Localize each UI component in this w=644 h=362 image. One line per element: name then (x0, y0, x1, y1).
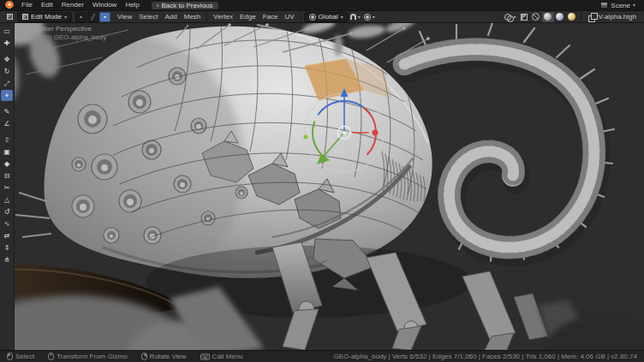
viewport-canvas[interactable] (0, 23, 644, 350)
wireframe-shading-icon (532, 13, 540, 21)
xray-icon (521, 14, 528, 21)
view-layer-selector[interactable]: V-alpha.high (584, 13, 641, 21)
toolbar: ▭ ✚ ✥ ↻ ⤢ ⌖ ✎ ∠ ⇧ ▣ ◆ ⊟ ✂ △ ↺ ∿ ⇄ ⇕ ⋔ (0, 23, 15, 350)
keyboard-icon (200, 353, 210, 360)
tool-loop-cut[interactable]: ⊟ (1, 170, 13, 181)
snap-toggle-button[interactable]: ▾ (349, 12, 362, 22)
face-select-icon[interactable]: ▪ (99, 12, 110, 22)
orientation-label: Global (319, 13, 338, 21)
menu-mesh[interactable]: Mesh (181, 11, 205, 22)
mouse-right-icon (141, 353, 147, 360)
tool-move[interactable]: ✥ (1, 54, 13, 65)
tool-transform[interactable]: ⌖ (1, 90, 13, 101)
rendered-shading-icon (568, 13, 575, 21)
scene-selector[interactable]: Scene ▾ (596, 2, 640, 9)
snap-caret-icon: ▾ (358, 15, 361, 20)
hint-transform-label: Transform From Gizmo (57, 353, 127, 360)
tool-cursor[interactable]: ✚ (1, 38, 13, 49)
tool-inset-faces[interactable]: ▣ (1, 146, 13, 157)
wireframe-shading-button[interactable] (530, 12, 542, 22)
menu-help[interactable]: Help (121, 0, 143, 10)
menu-face[interactable]: Face (259, 11, 282, 22)
back-arrow-icon: ‹ (157, 2, 159, 9)
menu-window[interactable]: Window (88, 0, 121, 10)
menu-uv[interactable]: UV (281, 11, 297, 22)
menu-edit[interactable]: Edit (37, 0, 57, 10)
mouse-middle-icon (48, 353, 54, 360)
hint-select: Select (7, 353, 34, 360)
xray-toggle-button[interactable] (518, 12, 530, 22)
hint-rotate-label: Rotate View (150, 353, 187, 360)
menu-add[interactable]: Add (161, 11, 180, 22)
vertex-select-icon[interactable]: • (75, 12, 86, 22)
tool-select-box[interactable]: ▭ (1, 26, 13, 37)
menu-render[interactable]: Render (57, 0, 88, 10)
hint-call-menu-label: Call Menu (212, 353, 243, 360)
hint-transform-gizmo: Transform From Gizmo (48, 353, 127, 360)
snap-magnet-icon (350, 14, 356, 20)
solid-shading-icon (544, 13, 552, 21)
material-shading-button[interactable] (554, 12, 566, 22)
hint-rotate-view: Rotate View (141, 353, 187, 360)
blender-logo-icon[interactable] (5, 1, 14, 9)
proportional-caret-icon: ▾ (373, 15, 375, 20)
tool-poly-build[interactable]: △ (1, 194, 13, 205)
tool-shrink-fatten[interactable]: ⇕ (1, 242, 13, 253)
viewport-text-overlay: User Perspective (20) GEO-alpha_body (39, 25, 106, 42)
tool-rip-region[interactable]: ⋔ (1, 254, 13, 265)
topbar: File Edit Render Window Help ‹ Back to P… (0, 0, 644, 11)
overlays-caret-icon: ▾ (514, 15, 516, 20)
gizmo-center-dot (343, 132, 346, 134)
solid-shading-button[interactable] (542, 12, 554, 22)
back-to-previous-label: Back to Previous (162, 2, 213, 9)
edit-mode-cube-icon (22, 14, 28, 20)
hint-call-menu: Call Menu (200, 353, 243, 360)
tool-edge-slide[interactable]: ⇄ (1, 230, 13, 241)
view-layer-icon (588, 13, 596, 21)
viewport-header: Edit Mode ▾ • ╱ ▪ View Select Add Mesh V… (0, 11, 644, 23)
tool-bevel[interactable]: ◆ (1, 158, 13, 169)
scene-photo-icon (600, 2, 608, 9)
header-separator (581, 13, 581, 21)
editor-type-button[interactable] (3, 12, 15, 22)
menu-edge[interactable]: Edge (236, 11, 259, 22)
back-to-previous-button[interactable]: ‹ Back to Previous (151, 1, 219, 10)
proportional-editing-button[interactable]: ▾ (362, 12, 377, 22)
tool-extrude-region[interactable]: ⇧ (1, 134, 13, 145)
menu-view[interactable]: View (114, 11, 135, 22)
viewport-editor-icon (7, 14, 13, 20)
tool-annotate[interactable]: ✎ (1, 106, 13, 117)
overlays-button[interactable]: ▾ (503, 12, 518, 22)
scene-stats: GEO-alpha_body | Verts 6/532 | Edges 7/1… (334, 353, 637, 360)
orientation-globe-icon (309, 14, 316, 21)
view-layer-name: V-alpha.high (599, 13, 636, 21)
hint-select-label: Select (15, 353, 34, 360)
viewport-3d[interactable]: ▭ ✚ ✥ ↻ ⤢ ⌖ ✎ ∠ ⇧ ▣ ◆ ⊟ ✂ △ ↺ ∿ ⇄ ⇕ ⋔ Us… (0, 23, 644, 350)
statusbar: Select Transform From Gizmo Rotate View … (0, 350, 644, 362)
mode-caret-icon: ▾ (64, 15, 67, 20)
tool-rotate[interactable]: ↻ (1, 66, 13, 77)
mode-dropdown[interactable]: Edit Mode ▾ (17, 12, 72, 22)
scene-name: Scene (611, 2, 630, 9)
blender-window: File Edit Render Window Help ‹ Back to P… (0, 0, 644, 362)
perspective-label: User Perspective (39, 25, 106, 33)
tool-smooth[interactable]: ∿ (1, 218, 13, 229)
rendered-shading-button[interactable] (566, 12, 578, 22)
header-separator (301, 13, 301, 21)
tool-spin[interactable]: ↺ (1, 206, 13, 217)
tool-knife[interactable]: ✂ (1, 182, 13, 193)
header-separator (206, 13, 207, 21)
selected-vertex-dot (304, 135, 308, 139)
material-shading-icon (556, 13, 564, 21)
edge-select-icon[interactable]: ╱ (87, 12, 98, 22)
orientation-dropdown[interactable]: Global ▾ (304, 12, 349, 22)
tool-scale[interactable]: ⤢ (1, 78, 13, 89)
overlays-icon (504, 14, 512, 21)
menu-select[interactable]: Select (135, 11, 161, 22)
active-object-label: (20) GEO-alpha_body (39, 33, 106, 42)
menu-vertex[interactable]: Vertex (210, 11, 236, 22)
gizmo-x-axis-dot[interactable] (373, 130, 379, 136)
tool-measure[interactable]: ∠ (1, 118, 13, 129)
menu-file[interactable]: File (17, 0, 37, 10)
scene-caret-icon: ▾ (633, 3, 635, 8)
